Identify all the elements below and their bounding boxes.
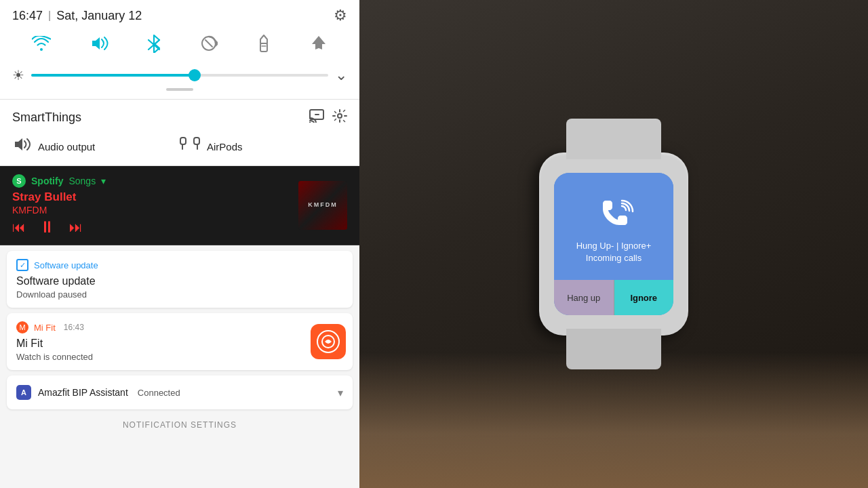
pause-button[interactable]: ⏸ xyxy=(39,218,56,237)
spotify-main: S Spotify Songs ▾ Stray Bullet KMFDM ⏮ ⏸… xyxy=(12,174,292,237)
cast-icon[interactable] xyxy=(309,109,324,126)
svg-text:KMFDM: KMFDM xyxy=(308,201,338,208)
watch-buttons-row: Hang up Ignore xyxy=(554,280,673,315)
gear-icon[interactable]: ⚙ xyxy=(334,7,347,24)
smartthings-items: Audio output AirPods xyxy=(12,137,347,156)
smartthings-title: SmartThings xyxy=(12,110,81,125)
amazfit-expand-chevron[interactable]: ▾ xyxy=(338,386,343,399)
svg-point-11 xyxy=(338,114,342,118)
drag-handle[interactable] xyxy=(12,88,347,91)
audio-output-label: Audio output xyxy=(38,141,95,152)
watch-screen: Hung Up- | Ignore+ Incoming calls Hang u… xyxy=(554,173,673,315)
watch-screen-top: Hung Up- | Ignore+ Incoming calls xyxy=(554,173,673,280)
mifit-card: M Mi Fit 16:43 Mi Fit Watch is connected xyxy=(7,313,353,370)
mifit-header: M Mi Fit 16:43 xyxy=(16,321,343,333)
mifit-icon: M xyxy=(16,321,28,333)
auto-rotate-icon[interactable] xyxy=(200,35,218,56)
brightness-fill xyxy=(31,74,195,77)
spotify-track-name: Stray Bullet xyxy=(12,190,292,204)
notification-settings-label: NOTIFICATION SETTINGS xyxy=(123,420,237,430)
spotify-category: Songs xyxy=(68,176,96,186)
smartthings-actions xyxy=(309,109,347,126)
spotify-dropdown[interactable]: ▾ xyxy=(101,176,106,186)
audio-output-item[interactable]: Audio output xyxy=(12,137,180,156)
quick-toggles xyxy=(12,34,347,57)
watch-hangup-button[interactable]: Hang up xyxy=(554,280,614,315)
amazfit-row[interactable]: A Amazfit BIP Assistant Connected ▾ xyxy=(7,375,353,409)
amazfit-app-name: Amazfit BIP Assistant xyxy=(38,387,128,398)
airpods-icon xyxy=(180,137,200,156)
software-update-icon: ✓ xyxy=(16,259,28,271)
watch-band-top xyxy=(566,119,661,159)
status-time: 16:47 xyxy=(12,9,43,23)
smartthings-header: SmartThings xyxy=(12,109,347,126)
mifit-time: 16:43 xyxy=(64,323,84,332)
software-update-card: ✓ Software update Software update Downlo… xyxy=(7,251,353,308)
svg-marker-5 xyxy=(260,35,267,43)
airpods-label: AirPods xyxy=(207,141,243,152)
collapse-chevron[interactable]: ⌄ xyxy=(335,66,347,84)
notifications-area: ✓ Software update Software update Downlo… xyxy=(0,245,359,488)
sound-icon[interactable] xyxy=(90,36,108,55)
svg-line-4 xyxy=(205,40,212,47)
drag-handle-bar xyxy=(166,88,193,91)
spotify-logo: S xyxy=(12,174,26,188)
spotify-artist-row: KMFDM xyxy=(12,204,292,216)
brightness-icon[interactable]: ☀ xyxy=(12,67,24,83)
flashlight-icon[interactable] xyxy=(256,34,271,57)
notification-settings-bar[interactable]: NOTIFICATION SETTINGS xyxy=(0,415,359,435)
left-panel: 16:47 | Sat, January 12 ⚙ xyxy=(0,0,359,488)
watch-body: Hung Up- | Ignore+ Incoming calls Hang u… xyxy=(539,152,688,336)
next-track-button[interactable]: ⏭ xyxy=(69,220,83,235)
audio-output-icon xyxy=(12,137,31,156)
smartthings-settings-icon[interactable] xyxy=(332,109,347,126)
amazfit-icon: A xyxy=(16,385,31,400)
status-bar: 16:47 | Sat, January 12 ⚙ xyxy=(0,0,359,100)
spotify-artist: KMFDM xyxy=(12,205,47,216)
watch-band-bottom xyxy=(566,329,661,369)
svg-point-9 xyxy=(309,122,311,123)
software-update-header: ✓ Software update xyxy=(16,259,343,271)
mifit-badge xyxy=(311,324,346,359)
spotify-app-name: Spotify xyxy=(31,176,63,186)
smartthings-section: SmartThings xyxy=(0,100,359,166)
spotify-controls: ⏮ ⏸ ⏭ xyxy=(12,218,292,237)
svg-marker-3 xyxy=(216,40,218,47)
svg-rect-12 xyxy=(180,138,186,144)
spotify-section: S Spotify Songs ▾ Stray Bullet KMFDM ⏮ ⏸… xyxy=(0,166,359,245)
spotify-track: Stray Bullet xyxy=(12,190,76,203)
mifit-badge-inner xyxy=(317,330,340,353)
spotify-top-row: S Spotify Songs ▾ xyxy=(12,174,292,188)
watch-ignore-button[interactable]: Ignore xyxy=(614,280,674,315)
mifit-title: Mi Fit xyxy=(16,338,343,350)
watch-container: Hung Up- | Ignore+ Incoming calls Hang u… xyxy=(539,152,688,336)
right-panel: Hung Up- | Ignore+ Incoming calls Hang u… xyxy=(359,0,868,488)
mifit-app-name: Mi Fit xyxy=(34,323,56,333)
brightness-thumb[interactable] xyxy=(189,69,201,81)
amazfit-status: Connected xyxy=(138,388,180,398)
airplane-icon[interactable] xyxy=(310,35,328,56)
wifi-icon[interactable] xyxy=(32,36,51,55)
watch-call-text: Hung Up- | Ignore+ Incoming calls xyxy=(576,240,652,264)
brightness-slider[interactable] xyxy=(31,74,328,77)
software-update-app-name: Software update xyxy=(34,260,98,270)
brightness-row: ☀ ⌄ xyxy=(12,66,347,84)
svg-rect-13 xyxy=(194,138,199,144)
album-art: KMFDM xyxy=(298,181,347,230)
call-icon-area xyxy=(593,194,634,235)
mifit-body: Watch is connected xyxy=(16,352,343,362)
software-update-body: Download paused xyxy=(16,289,343,300)
status-separator: | xyxy=(48,9,51,22)
previous-track-button[interactable]: ⏮ xyxy=(12,220,26,235)
airpods-item[interactable]: AirPods xyxy=(180,137,347,156)
svg-rect-6 xyxy=(260,43,267,52)
bluetooth-icon[interactable] xyxy=(147,34,161,57)
status-row1: 16:47 | Sat, January 12 ⚙ xyxy=(12,7,347,24)
status-date: Sat, January 12 xyxy=(56,9,142,23)
software-update-title: Software update xyxy=(16,275,343,287)
